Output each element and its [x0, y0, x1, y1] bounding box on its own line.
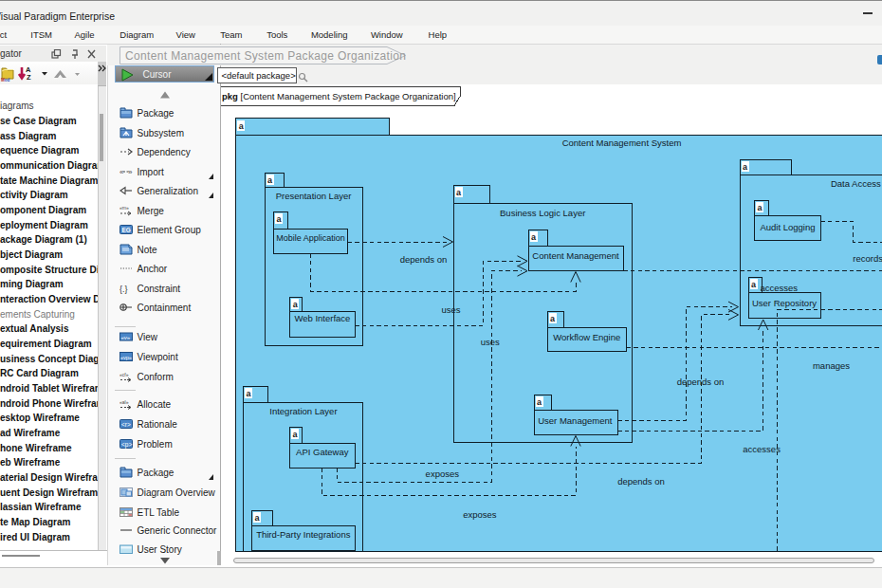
svg-text:Presentation Layer: Presentation Layer — [275, 191, 351, 201]
svg-text:Content Management System Pack: Content Management System Package Organi… — [125, 49, 406, 63]
svg-text:»: » — [128, 168, 133, 176]
svg-text:User Repository: User Repository — [751, 297, 816, 307]
svg-text:Integration Layer: Integration Layer — [269, 405, 337, 415]
svg-text:Data Access Layer: Data Access Layer — [830, 177, 882, 188]
svg-text:uses: uses — [441, 304, 460, 315]
svg-text:Mobile Application: Mobile Application — [276, 232, 345, 242]
svg-text:«m»: «m» — [119, 205, 129, 211]
svg-text:Business Logic Layer: Business Logic Layer — [500, 207, 585, 217]
svg-text:exposes: exposes — [425, 468, 459, 478]
svg-text:accesses: accesses — [760, 283, 798, 293]
svg-text:accesses: accesses — [743, 444, 781, 454]
svg-text:Third-Party Integrations: Third-Party Integrations — [256, 529, 351, 540]
svg-text:<p>: <p> — [121, 441, 132, 449]
svg-text:Z: Z — [27, 73, 31, 82]
svg-text:User Management: User Management — [538, 414, 613, 425]
svg-text:uses: uses — [480, 337, 499, 347]
svg-text:depends on: depends on — [676, 377, 724, 387]
svg-text:Content Management System: Content Management System — [561, 137, 681, 147]
svg-text:EG: EG — [121, 227, 130, 233]
svg-text:Workflow Engine: Workflow Engine — [553, 331, 620, 341]
svg-text:pkg [Content Management System: pkg [Content Management System Package O… — [222, 91, 456, 101]
svg-text:«cf»: «cf» — [119, 371, 129, 377]
svg-text:exposes: exposes — [463, 508, 497, 519]
svg-text:«al»: «al» — [119, 399, 129, 405]
svg-text:Audit Logging: Audit Logging — [760, 221, 815, 231]
svg-text:{.}: {.} — [119, 284, 128, 293]
svg-text:«vp»: «vp» — [120, 354, 132, 359]
svg-text:manages: manages — [812, 359, 849, 370]
svg-text:depends on: depends on — [399, 253, 447, 264]
svg-text:Web Interface: Web Interface — [294, 313, 350, 323]
svg-text:Content Management: Content Management — [532, 249, 619, 260]
svg-text:Mod: Mod — [1, 78, 9, 83]
svg-text:<r>: <r> — [121, 421, 131, 428]
svg-text:records: records — [853, 253, 882, 264]
svg-text:«v»: «v» — [120, 334, 130, 340]
svg-text:depends on: depends on — [617, 475, 665, 486]
svg-text:API Gateway: API Gateway — [296, 447, 349, 457]
